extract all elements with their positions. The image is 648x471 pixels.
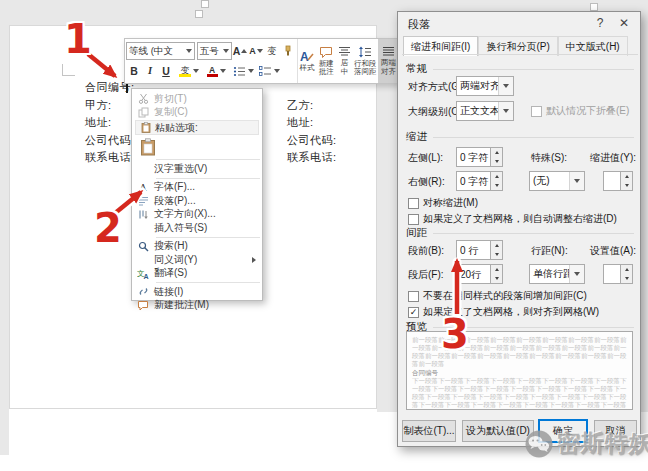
font-color-button[interactable]: A	[204, 62, 228, 80]
spinner-arrows[interactable]	[620, 172, 632, 190]
tab-asian-typography[interactable]: 中文版式(H)	[558, 36, 628, 56]
menu-item-label: 同义词(Y)	[154, 253, 197, 267]
space-after-label: 段后(F):	[408, 268, 444, 282]
grow-font-icon: A	[233, 46, 241, 57]
spinner-arrows[interactable]	[490, 265, 502, 283]
bold-icon: B	[130, 66, 138, 77]
format-painter-button[interactable]	[280, 42, 296, 60]
font-size-combo[interactable]: 五号	[197, 42, 232, 60]
space-after-value: 20行	[457, 265, 490, 283]
spinner-arrows[interactable]	[490, 172, 502, 190]
paste-icon	[140, 138, 157, 156]
menu-item-text-direction[interactable]: 文字方向(X)...	[132, 208, 262, 222]
chevron-down-icon	[498, 77, 513, 95]
auto-adjust-right-indent-checkbox[interactable]: 如果定义了文档网格，则自动调整右缩进(D)	[408, 212, 617, 226]
bullets-button[interactable]	[231, 62, 255, 80]
menu-item-label: 剪切(T)	[154, 92, 187, 106]
line-spacing-button[interactable]: 行和段落间距	[353, 39, 378, 83]
menu-item-cut[interactable]: 剪切(T)	[132, 92, 262, 106]
menu-item-label: 新建批注(M)	[154, 298, 209, 312]
spinner-arrows[interactable]	[490, 148, 502, 166]
justify-button[interactable]: 两端对齐	[378, 39, 399, 83]
margin-crop-mark	[62, 64, 75, 76]
group-spacing: 间距	[406, 226, 634, 240]
doc-field-party-a[interactable]: 甲方:	[85, 98, 112, 113]
highlight-color-button[interactable]: 变	[177, 62, 201, 80]
special-combo[interactable]: (无)	[529, 171, 585, 191]
doc-field-party-b[interactable]: 乙方:	[287, 98, 314, 113]
grow-font-button[interactable]: A	[232, 42, 248, 60]
object-handle[interactable]	[590, 3, 598, 11]
comment-icon	[132, 300, 154, 311]
collapsed-by-default-checkbox[interactable]: 默认情况下折叠(E)	[531, 104, 629, 118]
menu-item-search[interactable]: 搜索(H)	[132, 240, 262, 254]
tab-line-and-page-breaks[interactable]: 换行和分页(P)	[478, 36, 557, 56]
chevron-down-icon	[498, 102, 513, 120]
spinner-arrows[interactable]	[490, 241, 502, 259]
numbering-button[interactable]	[257, 62, 281, 80]
paste-keep-source-button[interactable]	[137, 136, 159, 157]
object-handle[interactable]	[201, 0, 209, 8]
indent-left-spinner[interactable]: 0 字符	[456, 147, 503, 167]
indent-right-spinner[interactable]: 0 字符	[456, 171, 503, 191]
no-space-same-style-checkbox[interactable]: 不要在相同样式的段落间增加间距(C)	[408, 289, 587, 303]
doc-field-code-b[interactable]: 公司代码:	[287, 133, 337, 148]
menu-item-link[interactable]: 链接(I)	[132, 285, 262, 299]
preview-current-text: 合同编号	[412, 368, 627, 377]
space-after-spinner[interactable]: 20行	[456, 264, 503, 284]
close-icon[interactable]: ✕	[614, 16, 634, 30]
shrink-font-icon: A	[249, 47, 256, 56]
spacing-at-spinner[interactable]	[603, 264, 633, 284]
doc-field-phone-b[interactable]: 联系电话:	[287, 150, 337, 165]
object-handle[interactable]	[195, 10, 203, 18]
menu-item-copy[interactable]: 复制(C)	[132, 106, 262, 120]
snap-to-grid-checkbox[interactable]: ✓ 如果定义了文档网格，则对齐到网格(W)	[408, 305, 599, 319]
menu-item-translate[interactable]: 文A 翻译(S)	[132, 267, 262, 281]
menu-item-new-comment[interactable]: 新建批注(M)	[132, 299, 262, 313]
menu-item-label: 汉字重选(V)	[154, 162, 207, 176]
line-spacing-combo[interactable]: 单倍行距	[529, 264, 585, 284]
bold-button[interactable]: B	[126, 62, 142, 80]
mirror-indents-label: 对称缩进(M)	[423, 196, 478, 210]
phonetic-guide-button[interactable]: 变	[264, 42, 280, 60]
doc-field-phone-a[interactable]: 联系电话:	[85, 150, 135, 165]
line-spacing-value: 单倍行距	[530, 267, 569, 281]
checkbox-checked: ✓	[408, 307, 419, 318]
spinner-arrows[interactable]	[620, 265, 632, 283]
checkbox-unchecked	[408, 214, 419, 225]
spacing-at-value	[604, 265, 620, 283]
doc-field-address-b[interactable]: 地址:	[287, 115, 314, 130]
font-name-combo[interactable]: 等线 (中文	[126, 42, 195, 60]
watermark: 密斯特妖	[524, 428, 648, 459]
chevron-down-icon	[220, 69, 226, 73]
font-a-icon: A	[132, 182, 154, 193]
alignment-combo[interactable]: 两端对齐	[456, 76, 514, 96]
styles-button[interactable]: A 样式	[298, 39, 316, 83]
shrink-font-button[interactable]: A	[248, 42, 264, 60]
space-before-spinner[interactable]: 0 行	[456, 240, 503, 260]
underline-button[interactable]: U	[158, 62, 174, 80]
menu-item-font[interactable]: A 字体(F)...	[132, 181, 262, 195]
center-button[interactable]: 居中	[336, 39, 352, 83]
menu-item-label: 字体(F)...	[154, 180, 195, 194]
doc-field-address-a[interactable]: 地址:	[85, 115, 112, 130]
highlight-icon: 变	[179, 66, 191, 77]
checkbox-unchecked	[408, 198, 419, 209]
new-comment-button[interactable]: 新建批注	[316, 39, 336, 83]
tab-indents-and-spacing[interactable]: 缩进和间距(I)	[403, 36, 478, 56]
outline-level-combo[interactable]: 正文文本	[456, 101, 514, 121]
group-indentation: 缩进	[406, 130, 634, 144]
menu-item-synonyms[interactable]: 同义词(Y)	[132, 253, 262, 267]
menu-item-paragraph[interactable]: 段落(P)...	[132, 194, 262, 208]
tabs-button[interactable]: 制表位(T)...	[402, 420, 456, 442]
space-before-value: 0 行	[457, 241, 490, 259]
alignment-value: 两端对齐	[457, 79, 498, 93]
text-direction-icon	[132, 209, 154, 220]
mirror-indents-checkbox[interactable]: 对称缩进(M)	[408, 196, 478, 210]
italic-button[interactable]: I	[142, 62, 158, 80]
indent-by-spinner[interactable]	[603, 171, 633, 191]
menu-item-insert-symbol[interactable]: 插入符号(S)	[132, 221, 262, 235]
help-icon[interactable]: ?	[590, 16, 610, 30]
menu-item-reselect-hanzi[interactable]: 汉字重选(V)	[132, 162, 262, 176]
doc-field-code-a[interactable]: 公司代码:	[85, 133, 135, 148]
